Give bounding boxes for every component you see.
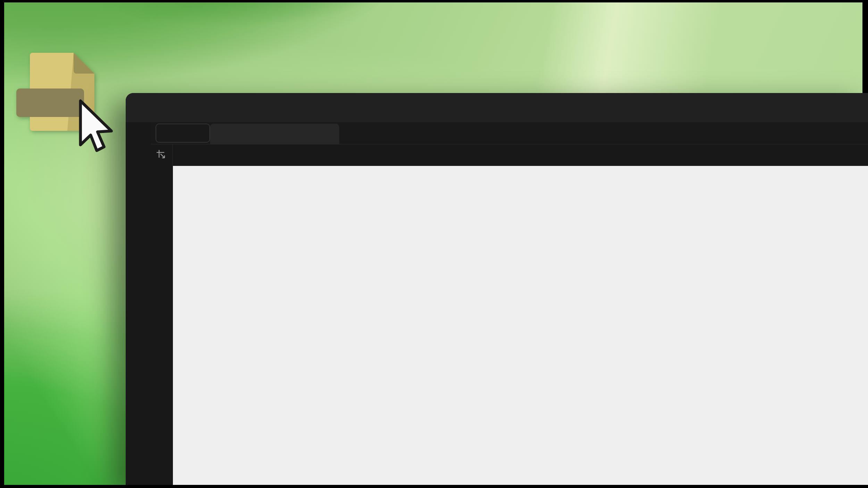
canvas[interactable]: [173, 166, 868, 488]
screen-bezel: [0, 0, 4, 488]
tab-bar: [151, 122, 868, 144]
folded-corner: [74, 53, 94, 74]
horizontal-ruler: [173, 144, 868, 166]
window-body: [126, 122, 868, 488]
screen: [0, 0, 868, 488]
tab-design1[interactable]: [156, 124, 210, 143]
canvas-row: [151, 166, 868, 488]
top-toolbar: [126, 93, 868, 122]
tool-palette: [126, 122, 151, 488]
mouse-cursor: [77, 99, 118, 158]
ruler-row: [151, 144, 868, 166]
screen-bezel: [0, 0, 868, 2]
screen-bezel: [862, 0, 868, 93]
app-window: [126, 93, 868, 488]
screen-bezel: [0, 485, 868, 488]
file-type-band: [16, 89, 84, 117]
vertical-ruler: [151, 166, 173, 488]
document-area: [151, 122, 868, 488]
crop-corner-icon: [155, 148, 169, 162]
tab-chroma-luxe[interactable]: [210, 124, 339, 144]
ruler-corner[interactable]: [151, 144, 173, 166]
